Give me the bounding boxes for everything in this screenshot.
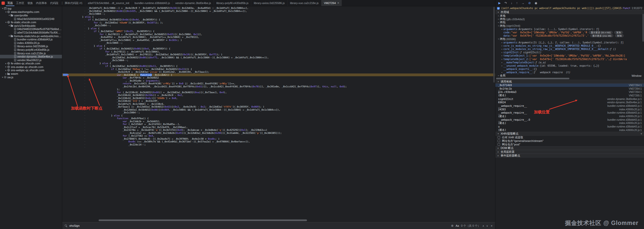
gutter[interactable]: - bbox=[62, 21, 71, 24]
disclosure-icon[interactable]: ▸ bbox=[497, 15, 500, 17]
gutter[interactable]: - bbox=[62, 103, 71, 106]
collapsed-section-header[interactable]: ▸ 全局监听器 bbox=[495, 150, 644, 154]
gutter[interactable]: - bbox=[62, 126, 71, 129]
frame-location[interactable]: vendor-dynamic.3bd0e4be.js:1 bbox=[607, 98, 642, 100]
gutter[interactable]: - bbox=[62, 56, 71, 59]
code-line[interactable]: - _0x1338c6[_0x564652(0x50b)] = _0x4e19c… bbox=[62, 94, 495, 97]
close-search-icon[interactable]: × bbox=[491, 224, 493, 228]
code-line[interactable]: - _0x22dc14--; bbox=[62, 143, 495, 146]
code-line[interactable]: - , _0x391e0e = arguments; bbox=[62, 79, 495, 82]
frame-location[interactable]: index.43900c20.js:1 bbox=[619, 122, 642, 124]
scope-row[interactable]: ▸ 闭包 bbox=[495, 21, 644, 24]
gutter[interactable]: - bbox=[62, 99, 71, 103]
disclosure-icon[interactable]: ▸ bbox=[501, 58, 503, 60]
call-stack-frame[interactable]: u bundler-runtime.d38ddd43.js:1 bbox=[495, 125, 644, 129]
chevron-icon[interactable]: ▾ bbox=[1, 7, 4, 10]
file-tab[interactable]: library-polyfill.e430e85b.js bbox=[214, 0, 251, 6]
code-line[interactable]: - } else { bbox=[62, 114, 495, 117]
gutter[interactable]: - bbox=[62, 36, 71, 39]
gutter[interactable]: - bbox=[62, 24, 71, 27]
gutter[interactable]: - bbox=[62, 59, 71, 62]
call-stack-frame[interactable]: 24393 index.43900c20.js:1 bbox=[495, 108, 644, 111]
breakpoint-entry[interactable]: (self.webpackChunkxhs_pc_web=self.webpac… bbox=[495, 6, 644, 10]
disclosure-icon[interactable]: ▸ bbox=[501, 61, 503, 64]
code-line[interactable]: - _0x2c2fce7 = _0x5cac76(_0x52b4f9, _0x1… bbox=[62, 126, 495, 129]
gutter[interactable]: - bbox=[62, 120, 71, 123]
xhr-breakpoint-checkbox[interactable] bbox=[498, 140, 500, 142]
scope-row[interactable]: ▸ __unused_webpack_module : {id: 65596, … bbox=[495, 64, 644, 67]
frame-location[interactable]: bundler-runtime.d38ddd43.js:1 bbox=[607, 125, 642, 128]
code-line[interactable]: - _0x278007[_0x4d9bd5--][_0x2ba4e7] = _0… bbox=[62, 137, 495, 140]
chevron-icon[interactable]: ▸ bbox=[5, 66, 7, 68]
gutter[interactable]: - bbox=[62, 91, 71, 94]
code-line[interactable]: - _0x1338c6['III'] = _0x33e19f, bbox=[62, 99, 495, 103]
call-stack-frame[interactable]: (匿名) index.43900c20.js:1 bbox=[495, 129, 644, 132]
gutter[interactable]: - bbox=[62, 68, 71, 71]
gutter[interactable]: - bbox=[62, 76, 71, 79]
scope-row[interactable]: ▸ templateObject_2 : ['var _0x5479=['_f5… bbox=[495, 57, 644, 61]
frame-location[interactable]: bundler-runtime.d38ddd43.js:1 bbox=[607, 111, 642, 114]
tree-row[interactable]: ▸ fe-video-qc.xhscdn.com bbox=[0, 62, 62, 65]
scope-row[interactable]: code : "var _0x5e26=['1OWxddp','UMGUw','… bbox=[495, 31, 644, 34]
code-line[interactable]: - _0x1d4fa7[_0x1c5004] = _0x1338c6, bbox=[62, 103, 495, 106]
tree-row[interactable]: ▾ as/v1/3e44/public bbox=[0, 24, 62, 28]
xhr-breakpoint-row[interactable]: 网址包含"post" bbox=[495, 143, 644, 146]
scope-row[interactable]: ▾ 闭包 (65596) bbox=[495, 37, 644, 41]
disclosure-icon[interactable]: ▸ bbox=[501, 55, 503, 57]
disclosure-icon[interactable]: ▸ bbox=[501, 65, 503, 67]
chevron-icon[interactable]: ▸ bbox=[5, 69, 7, 71]
scope-row[interactable]: ▸ core_js_modules_es_string_raw_js__WEBP… bbox=[495, 47, 644, 51]
gutter[interactable]: - bbox=[62, 44, 71, 47]
scope-section-header[interactable]: ▾ 作用域 bbox=[495, 10, 644, 14]
navigator-tab[interactable]: 替换 bbox=[26, 0, 34, 6]
gutter[interactable]: - bbox=[62, 7, 71, 10]
file-tab[interactable]: VM27264 × bbox=[321, 0, 342, 6]
file-tab[interactable]: a9ef723c54cfdb6…dt_source_init bbox=[85, 0, 132, 6]
gutter[interactable]: - bbox=[62, 123, 71, 126]
code-line[interactable]: - var _0x1338c6 = function _0x1cc642() { bbox=[62, 73, 495, 77]
gutter[interactable]: - bbox=[62, 41, 71, 44]
frame-location[interactable]: VM27264:1 bbox=[629, 91, 642, 93]
code-line[interactable]: - _0x1fdc1b(_0x484194, _0x1cc642[_0xe4f4… bbox=[62, 85, 495, 88]
code-line[interactable]: - if (_0x12b83a[_0x564652(0x6b)](0x4d, _… bbox=[62, 18, 495, 21]
call-stack-frame[interactable]: 69024 vendor-dynamic.3bd0e4be.js:1 bbox=[495, 101, 644, 104]
gutter[interactable]: - bbox=[62, 117, 71, 120]
xhr-breakpoint-row[interactable]: 网址包含"/general/search/stream" bbox=[495, 139, 644, 143]
tree-row[interactable]: index.43900c20.js bbox=[0, 41, 62, 45]
gutter[interactable]: - bbox=[62, 143, 71, 146]
code-line[interactable]: - _0x4ce2a2 += _0x9d7c49[_0x23db2b(0x45)… bbox=[62, 132, 495, 135]
frame-location[interactable]: VM27264:1 bbox=[629, 87, 642, 90]
match-case-button[interactable]: Aa bbox=[456, 224, 459, 227]
code-line[interactable]: - var _0xf70f4c = _0x564652 bbox=[62, 76, 495, 79]
panel-vertical-scrollbar[interactable] bbox=[642, 14, 644, 42]
tree-row[interactable]: ▸ wasm bbox=[0, 72, 62, 75]
code-line[interactable]: - for (_0x5358df = _0x37df01[_0x39a85a--… bbox=[62, 123, 495, 126]
gutter[interactable]: - bbox=[62, 27, 71, 30]
call-stack-frame[interactable]: _0x3714b9 VM27264:1 bbox=[495, 84, 644, 87]
call-stack-section-header[interactable]: ▾ 调用堆栈 bbox=[495, 80, 644, 84]
tree-row[interactable]: library-vue.ca2c218e.js bbox=[0, 52, 62, 55]
navigator-tab[interactable]: 工作区 bbox=[14, 0, 26, 6]
code-line[interactable]: - _0x1c5004--; bbox=[62, 12, 495, 15]
code-line[interactable]: - } else { bbox=[62, 27, 495, 30]
code-area[interactable]: - _0x1d4fa7[_0x1c5004--] = _0x4e19c9 ? _… bbox=[62, 6, 495, 222]
tree-row[interactable]: ▸ sns-avatar-qc.xhscdn.com bbox=[0, 65, 62, 69]
code-line[interactable]: - if (_0x12b83a['RbRaq'] !== _0x12b83a[_… bbox=[62, 68, 495, 71]
gutter[interactable]: - bbox=[62, 132, 71, 135]
code-line[interactable]: - _0x1d4fa7[_0x1c5004] = _0x2f0111; _0x1… bbox=[62, 53, 495, 56]
gutter[interactable]: - bbox=[62, 50, 71, 53]
file-tab[interactable]: 脚本代码段 #1 bbox=[62, 0, 85, 6]
code-line[interactable]: - for (_0x1338c6[_0x564652(0x68)] = _0x1… bbox=[62, 91, 495, 94]
tree-row[interactable]: a9ef723c54cfdb63556bffe75cf06ae7.js?s=sd… bbox=[0, 31, 62, 34]
collapsed-section-header[interactable]: ▸ DOM 断点 bbox=[495, 146, 644, 150]
call-stack-frame[interactable]: (匿名) index.43900c20.js:1 bbox=[495, 115, 644, 118]
code-line[interactable]: - return _0x1cc642[_0xe4f438['zrNGy']] >… bbox=[62, 82, 495, 85]
scope-row[interactable]: ▸ 闭包 (glb.c93b4da3) bbox=[495, 17, 644, 21]
scope-row[interactable]: ▸ 全局 Window bbox=[495, 74, 644, 77]
scrollbar-thumb[interactable] bbox=[493, 7, 495, 83]
scope-row[interactable]: ▾ 闭包 (signV2Init) bbox=[495, 24, 644, 28]
pause-on-exceptions-icon[interactable]: ◉ bbox=[535, 2, 537, 5]
code-line[interactable]: - if (_0x12b83a[_0x564652(0x80)](0x11, _… bbox=[62, 65, 495, 68]
chevron-icon[interactable]: ▾ bbox=[8, 35, 11, 37]
gutter[interactable]: - bbox=[62, 137, 71, 140]
